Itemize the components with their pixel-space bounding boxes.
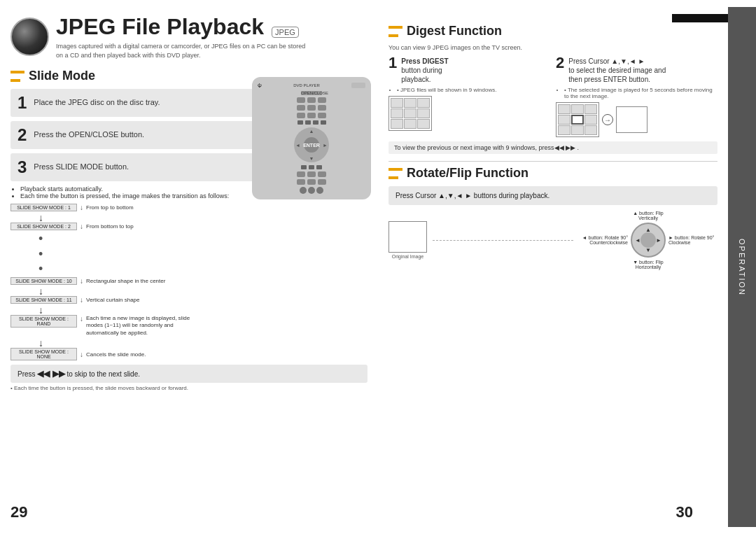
skip-prefix: Press bbox=[18, 370, 36, 378]
digest-step-2: 2 Press Cursor ▲,▼,◄ ► to select the des… bbox=[556, 55, 718, 137]
remote-btn-row-3 bbox=[258, 113, 365, 118]
rotate-section: Rotate/Flip Function Press Cursor ▲,▼,◄ … bbox=[388, 166, 718, 269]
rotate-icon bbox=[388, 168, 402, 179]
section-icon bbox=[10, 71, 24, 82]
skip-suffix: to skip to the next slide. bbox=[66, 370, 140, 378]
rotate-heading: Rotate/Flip Function bbox=[388, 166, 718, 181]
rotate-circle-button: ▲ ▼ ◄ ► bbox=[631, 223, 666, 258]
remote-top: ⏻ DVD PLAYER bbox=[258, 83, 365, 88]
remote-body: ⏻ DVD PLAYER OPEN/CLOSE bbox=[252, 77, 371, 199]
digest-images: → bbox=[556, 102, 718, 137]
digest-icon bbox=[388, 26, 402, 37]
header-subtitle: Images captured with a digital camera or… bbox=[56, 42, 305, 59]
slide-arrow-2: ↓ bbox=[10, 286, 368, 296]
arrow-circle: → bbox=[602, 114, 613, 125]
skip-section: Press ◀◀ ▶▶ to skip to the next slide. bbox=[10, 365, 368, 383]
page-number-right: 30 bbox=[676, 503, 693, 521]
rotate-cw-label: ► button: Rotate 90° Clockwise bbox=[668, 235, 718, 245]
digest-step-2-note: • The selected image is played for 5 sec… bbox=[556, 87, 718, 99]
slide-arrow-4: ↓ bbox=[10, 338, 368, 348]
slide-badge-10: SLIDE SHOW MODE : 10 bbox=[10, 277, 77, 285]
original-image-area: Original Image bbox=[388, 221, 427, 259]
rotate-center-area: ▲ button: Flip Vertically ◄ button: Rota… bbox=[579, 211, 718, 269]
rotate-diagram: Original Image ▲ button: Flip Vertically… bbox=[388, 211, 718, 269]
remote-btn-row-1 bbox=[258, 97, 365, 103]
left-panel: JPEG File Playback JPEG Images captured … bbox=[0, 7, 378, 527]
section-divider bbox=[388, 161, 718, 162]
flip-vertically-label: ▲ button: Flip Vertically bbox=[624, 211, 673, 220]
digest-full-image bbox=[616, 106, 648, 133]
slide-row-2: SLIDE SHOW MODE : 2 ↓ From bottom to top bbox=[10, 223, 368, 230]
digest-9-windows bbox=[388, 96, 432, 131]
digest-steps: 1 Press DIGEST button during playback. •… bbox=[388, 55, 718, 137]
logo-disc bbox=[10, 17, 49, 56]
remote-btn-row-4 bbox=[258, 120, 365, 125]
remote-btn-row-6 bbox=[258, 171, 365, 177]
black-bar bbox=[672, 14, 728, 22]
right-panel: Digest Function You can view 9 JPEG imag… bbox=[378, 7, 728, 527]
operation-sidebar: OPERATION bbox=[728, 7, 756, 527]
slide-badge-rand: SLIDE SHOW MODE : RAND bbox=[10, 315, 77, 328]
digest-section: Digest Function You can view 9 JPEG imag… bbox=[388, 24, 718, 154]
original-image-box bbox=[388, 221, 427, 253]
page-number-left: 29 bbox=[10, 503, 27, 521]
header-text: JPEG File Playback JPEG Images captured … bbox=[56, 14, 305, 59]
slide-arrow-3: ↓ bbox=[10, 305, 368, 315]
skip-note: • Each time the button is pressed, the s… bbox=[10, 385, 368, 391]
rotate-ccw-label: ◄ button: Rotate 90° Counterclockwise bbox=[579, 235, 628, 245]
slide-badge-1: SLIDE SHOW MODE : 1 bbox=[10, 204, 77, 211]
dashed-connector bbox=[433, 240, 573, 241]
remote-btn-row-2 bbox=[258, 105, 365, 111]
page-container: JPEG File Playback JPEG Images captured … bbox=[0, 0, 756, 534]
remote-nav-circle: ENTER ▲ ▼ ◄ ► bbox=[294, 127, 329, 162]
flip-horizontally-label: ▼ button: Flip Horizontally bbox=[624, 260, 673, 269]
digest-heading: Digest Function bbox=[388, 24, 718, 38]
slide-row-1: SLIDE SHOW MODE : 1 ↓ From top to bottom bbox=[10, 204, 368, 211]
skip-symbol: ◀◀ ▶▶ bbox=[37, 369, 64, 379]
slide-badge-11: SLIDE SHOW MODE : 11 bbox=[10, 296, 77, 304]
slide-mode-table: SLIDE SHOW MODE : 1 ↓ From top to bottom… bbox=[10, 204, 368, 360]
view-note: To view the previous or next image with … bbox=[388, 141, 718, 154]
page-title: JPEG File Playback bbox=[56, 14, 264, 39]
remote-btn-row-5 bbox=[258, 165, 365, 169]
rotate-instruction: Press Cursor ▲,▼,◄ ► buttons during play… bbox=[388, 186, 718, 205]
jpeg-badge: JPEG bbox=[272, 27, 299, 38]
slide-arrow-1: ↓ bbox=[10, 213, 368, 223]
slide-badge-2: SLIDE SHOW MODE : 2 bbox=[10, 223, 77, 230]
slide-dots: ••• bbox=[10, 232, 368, 277]
header-title-row: JPEG File Playback JPEG bbox=[56, 14, 305, 40]
remote-btn-row-7 bbox=[258, 179, 365, 185]
slide-step-3-text: Press SLIDE MODE button. bbox=[34, 159, 129, 171]
digest-step-1-text: Press DIGEST button during playback. bbox=[401, 55, 448, 84]
slide-row-10: SLIDE SHOW MODE : 10 ↓ Rectangular shape… bbox=[10, 277, 368, 285]
slide-step-1-text: Place the JPEG disc on the disc tray. bbox=[34, 94, 160, 106]
digest-step-1: 1 Press DIGEST button during playback. •… bbox=[388, 55, 550, 137]
slide-row-none: SLIDE SHOW MODE : NONE ↓ Cancels the sli… bbox=[10, 348, 368, 360]
slide-step-2-text: Press the OPEN/CLOSE button. bbox=[34, 127, 144, 139]
remote-control: ⏻ DVD PLAYER OPEN/CLOSE bbox=[252, 77, 371, 199]
digest-step-1-note: • JPEG files will be shown in 9 windows. bbox=[388, 87, 550, 93]
slide-row-rand: SLIDE SHOW MODE : RAND ↓ Each time a new… bbox=[10, 315, 368, 337]
digest-intro: You can view 9 JPEG images on the TV scr… bbox=[388, 44, 718, 51]
digest-selected-grid bbox=[556, 102, 599, 137]
original-label: Original Image bbox=[392, 254, 424, 259]
digest-step-2-text: Press Cursor ▲,▼,◄ ► to select the desir… bbox=[568, 55, 666, 84]
slide-badge-none: SLIDE SHOW MODE : NONE bbox=[10, 348, 77, 360]
slide-row-11: SLIDE SHOW MODE : 11 ↓ Vertical curtain … bbox=[10, 296, 368, 304]
header: JPEG File Playback JPEG Images captured … bbox=[10, 14, 368, 63]
